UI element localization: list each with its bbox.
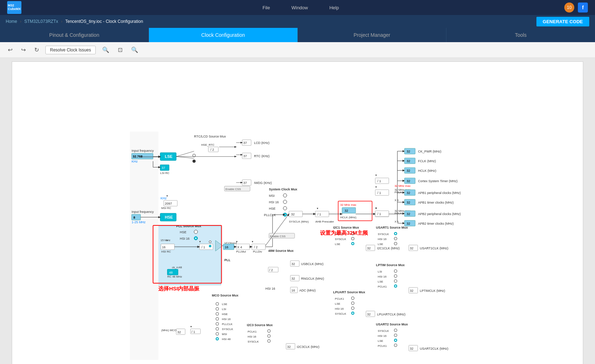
svg-text:HCLK (MHz): HCLK (MHz) <box>340 216 357 219</box>
svg-text:LCD (KHz): LCD (KHz) <box>254 141 269 145</box>
svg-rect-38 <box>132 214 141 220</box>
svg-line-281 <box>265 214 289 246</box>
tab-tools[interactable]: Tools <box>446 28 595 42</box>
svg-text:ck_rc48: ck_rc48 <box>172 266 182 269</box>
svg-text:PLLCLK: PLLCLK <box>264 213 276 217</box>
svg-rect-1 <box>130 131 159 360</box>
svg-text:MSI: MSI <box>222 333 227 336</box>
svg-point-248 <box>352 313 354 314</box>
svg-point-222 <box>352 243 354 244</box>
svg-text:HSI 16: HSI 16 <box>335 307 344 310</box>
svg-text:MSI: MSI <box>269 194 275 198</box>
svg-text:APB2 peripheral clocks (MHz): APB2 peripheral clocks (MHz) <box>418 212 461 216</box>
svg-point-129 <box>195 238 196 239</box>
svg-point-259 <box>395 340 396 341</box>
svg-text:SYSCLK (MHz): SYSCLK (MHz) <box>289 220 309 223</box>
svg-text:Enable CSS: Enable CSS <box>225 188 241 191</box>
svg-text:HSI 16: HSI 16 <box>378 334 387 338</box>
svg-text:▾: ▾ <box>375 206 377 210</box>
svg-text:RTC (KHz): RTC (KHz) <box>254 154 270 158</box>
svg-text:I2C3CLK (MHz): I2C3CLK (MHz) <box>297 345 319 349</box>
svg-point-219 <box>351 237 354 240</box>
svg-point-198 <box>268 335 270 338</box>
svg-text:HSE: HSE <box>180 230 186 234</box>
svg-text:LPTIM Source Mux: LPTIM Source Mux <box>376 263 405 267</box>
svg-text:LPUART Source Mux: LPUART Source Mux <box>333 290 365 294</box>
generate-button[interactable]: GENERATE CODE <box>536 17 589 26</box>
zoom-in-button[interactable]: 🔍 <box>100 46 111 54</box>
breadcrumb-home[interactable]: Home <box>6 19 17 24</box>
svg-point-245 <box>351 307 354 310</box>
svg-text:LSE: LSE <box>378 280 383 283</box>
tab-clock[interactable]: Clock Configuration <box>149 28 298 42</box>
svg-text:LSE: LSE <box>378 339 383 343</box>
toolbar: ↩ ↪ ↻ Resolve Clock Issues 🔍 ⊡ 🔍 <box>0 42 595 58</box>
undo-button[interactable]: ↩ <box>6 46 15 54</box>
svg-point-243 <box>351 302 354 305</box>
svg-text:HSE: HSE <box>269 207 275 210</box>
svg-point-186 <box>216 338 218 340</box>
tab-pinout[interactable]: Pinout & Configuration <box>0 28 149 42</box>
zoom-out-button[interactable]: 🔍 <box>129 46 140 54</box>
svg-text:LSI: LSI <box>378 270 382 273</box>
svg-text:LPUARTCLK (MHz): LPUARTCLK (MHz) <box>377 313 406 316</box>
svg-text:PCLK1: PCLK1 <box>335 297 344 300</box>
svg-text:SYSCLK: SYSCLK <box>378 329 389 333</box>
clock-diagram: Input frequency 32.768 KHz LSE 37 LSI RC… <box>19 69 576 362</box>
svg-point-52 <box>283 206 287 210</box>
facebook-icon[interactable]: f <box>578 3 588 13</box>
svg-text:LSE: LSE <box>335 302 340 305</box>
svg-text:USART2 Source Mux: USART2 Source Mux <box>376 323 408 326</box>
svg-text:SYSCLK: SYSCLK <box>378 233 389 236</box>
menu-window[interactable]: Window <box>291 5 308 10</box>
menu-file[interactable]: File <box>262 5 270 10</box>
svg-text:32: 32 <box>291 277 295 280</box>
svg-text:Input frequency: Input frequency <box>132 210 154 214</box>
menu-bar: M32CubeMX File Window Help 10 f <box>0 0 595 15</box>
svg-point-196 <box>268 330 270 333</box>
svg-point-241 <box>351 297 354 300</box>
svg-point-173 <box>216 308 219 310</box>
menu-help[interactable]: Help <box>329 5 339 10</box>
user-icon[interactable]: 10 <box>564 3 574 13</box>
svg-text:32: 32 <box>410 246 414 250</box>
svg-text:/ 1: / 1 <box>201 245 205 249</box>
svg-text:16: 16 <box>162 245 165 249</box>
tab-project[interactable]: Project Manager <box>298 28 447 42</box>
svg-text:I2C3 Source Mux: I2C3 Source Mux <box>247 323 272 327</box>
svg-point-230 <box>394 275 397 278</box>
redo-button[interactable]: ↪ <box>19 46 28 54</box>
svg-text:32: 32 <box>407 169 410 173</box>
svg-text:SYSCLK: SYSCLK <box>335 312 346 315</box>
logo-icon: M32CubeMX <box>7 1 21 14</box>
svg-text:37: 37 <box>243 141 247 145</box>
breadcrumb-sep2: › <box>61 19 62 24</box>
svg-text:(MHz) MCO: (MHz) MCO <box>161 329 176 332</box>
svg-text:37: 37 <box>161 166 165 170</box>
svg-text:USART2CLK (MHz): USART2CLK (MHz) <box>420 347 449 350</box>
svg-text:37: 37 <box>243 154 247 158</box>
svg-text:/ 2: / 2 <box>269 268 273 272</box>
svg-text:32: 32 <box>287 345 291 349</box>
svg-text:X 1: X 1 <box>395 220 399 223</box>
svg-text:RC 48 MHz: RC 48 MHz <box>167 275 182 278</box>
svg-point-28 <box>192 160 195 163</box>
svg-text:Input frequency: Input frequency <box>132 149 154 153</box>
svg-text:32.768: 32.768 <box>133 155 142 158</box>
svg-text:32: 32 <box>407 212 410 216</box>
svg-text:LSE: LSE <box>222 303 227 306</box>
svg-text:32: 32 <box>410 347 414 350</box>
resolve-clock-button[interactable]: Resolve Clock Issues <box>45 46 96 54</box>
breadcrumb-mcu[interactable]: STM32L073RZTx <box>24 19 58 24</box>
svg-point-211 <box>394 242 397 245</box>
svg-text:MSI RC: MSI RC <box>161 206 171 210</box>
svg-text:/ 1: / 1 <box>318 213 321 216</box>
svg-text:2097: 2097 <box>165 202 172 205</box>
fit-button[interactable]: ⊡ <box>116 46 125 54</box>
svg-text:32: 32 <box>407 201 410 204</box>
svg-text:HSI 16: HSI 16 <box>222 318 231 321</box>
svg-text:/ 1: / 1 <box>378 191 381 195</box>
refresh-button[interactable]: ↻ <box>32 46 41 54</box>
svg-text:37: 37 <box>243 181 247 185</box>
svg-text:PCLK1: PCLK1 <box>378 285 387 288</box>
